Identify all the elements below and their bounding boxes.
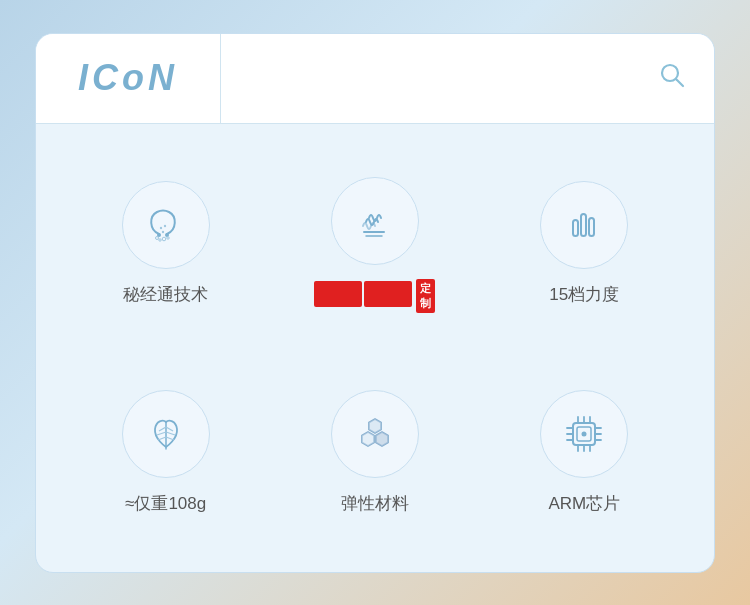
grid-item-strength: 15档力度 bbox=[485, 144, 684, 343]
svg-rect-13 bbox=[573, 220, 578, 236]
svg-point-10 bbox=[166, 236, 168, 238]
icon-circle-heat bbox=[331, 177, 419, 265]
icon-grid: 秘经通技术 定制 bbox=[36, 124, 714, 572]
svg-point-4 bbox=[159, 226, 161, 228]
svg-line-22 bbox=[166, 437, 174, 440]
svg-point-8 bbox=[158, 238, 160, 240]
label-elastic: 弹性材料 bbox=[341, 492, 409, 515]
label-chip: ARM芯片 bbox=[548, 492, 620, 515]
svg-line-21 bbox=[166, 432, 175, 435]
grid-item-nerve: 秘经通技术 bbox=[66, 144, 265, 343]
grid-item-heat: 定制 bbox=[275, 144, 474, 343]
svg-line-18 bbox=[157, 432, 166, 435]
svg-point-9 bbox=[162, 237, 166, 241]
grid-item-weight: ≈仅重108g bbox=[66, 353, 265, 552]
svg-point-7 bbox=[155, 236, 158, 239]
svg-line-17 bbox=[159, 427, 166, 431]
svg-rect-15 bbox=[589, 218, 594, 236]
label-weight: ≈仅重108g bbox=[125, 492, 206, 515]
search-icon[interactable] bbox=[658, 61, 686, 96]
icon-circle-chip bbox=[540, 390, 628, 478]
app-title: ICoN bbox=[78, 57, 178, 99]
grid-item-chip: ARM芯片 bbox=[485, 353, 684, 552]
icon-circle-strength bbox=[540, 181, 628, 269]
svg-rect-14 bbox=[581, 214, 586, 236]
logo-box: ICoN bbox=[36, 34, 221, 123]
svg-point-31 bbox=[582, 431, 587, 436]
header: ICoN bbox=[36, 34, 714, 124]
svg-line-1 bbox=[677, 79, 684, 86]
svg-point-0 bbox=[662, 65, 678, 81]
search-box bbox=[221, 34, 714, 123]
grid-item-elastic: 弹性材料 bbox=[275, 353, 474, 552]
main-card: ICoN bbox=[35, 33, 715, 573]
heat-badge-blocks bbox=[314, 281, 412, 307]
svg-point-6 bbox=[161, 230, 163, 232]
svg-point-5 bbox=[163, 224, 165, 226]
label-strength: 15档力度 bbox=[549, 283, 619, 306]
icon-circle-elastic bbox=[331, 390, 419, 478]
svg-line-20 bbox=[166, 427, 173, 431]
svg-line-19 bbox=[158, 437, 166, 440]
icon-circle-nerve bbox=[122, 181, 210, 269]
label-heat-area: 定制 bbox=[314, 279, 435, 310]
heat-block-2 bbox=[364, 281, 412, 307]
label-nerve: 秘经通技术 bbox=[123, 283, 208, 306]
heat-block-1 bbox=[314, 281, 362, 307]
icon-circle-weight bbox=[122, 390, 210, 478]
customize-badge: 定制 bbox=[416, 279, 435, 314]
